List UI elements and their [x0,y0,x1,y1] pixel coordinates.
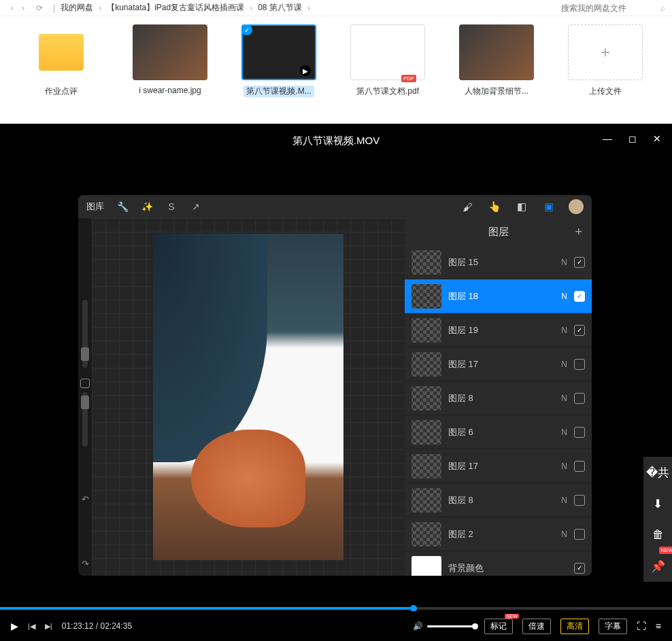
maximize-icon[interactable]: ◻ [628,133,637,144]
undo-icon[interactable]: ↶ [82,494,89,504]
visibility-checkbox[interactable] [574,257,585,268]
selection-icon[interactable]: S [165,201,178,212]
file-label: 第八节课文档.pdf [356,86,419,97]
layer-thumb [411,488,441,513]
upload-button[interactable]: 上传文件 [565,24,646,116]
layers-panel: 图层 + 图层 15 N 图层 18 N 图层 19 N 图层 17 N 图层 … [405,218,592,576]
layer-row[interactable]: 图层 2 N [405,517,592,551]
search-icon[interactable]: ⌕ [660,3,665,13]
layers-icon[interactable]: ▣ [541,201,556,213]
blend-mode[interactable]: N [561,292,567,301]
smudge-icon[interactable]: 👆 [487,201,502,213]
reload-icon[interactable]: ⟳ [33,3,46,13]
file-label: 作业点评 [45,86,78,97]
blend-mode[interactable]: N [561,496,567,505]
brush-icon[interactable]: 🖌 [460,201,475,213]
background-layer-row[interactable]: 背景颜色 [405,551,592,576]
video-thumb: ✓ [241,24,316,80]
close-icon[interactable]: ✕ [653,133,661,144]
visibility-checkbox[interactable] [574,393,585,404]
video-title: 第八节课视频.MOV [292,135,380,148]
layer-thumb [411,284,441,309]
file-label: 上传文件 [589,86,622,97]
opacity-slider[interactable] [82,392,88,447]
redo-icon[interactable]: ↷ [82,559,89,569]
crumb-folder2[interactable]: 08 第八节课 [255,2,305,14]
blend-mode[interactable]: N [561,530,567,539]
blend-mode[interactable]: N [561,462,567,471]
visibility-checkbox[interactable] [574,461,585,472]
eraser-icon[interactable]: ◧ [514,201,529,213]
prev-icon[interactable]: |◀ [28,622,35,631]
blend-mode[interactable]: N [561,258,567,267]
quality-button[interactable]: 高清 [560,619,589,634]
volume-icon[interactable]: 🔊 [413,621,423,631]
blend-mode[interactable]: N [561,360,567,369]
play-icon[interactable]: ▶ [11,621,18,631]
file-folder[interactable]: 作业点评 [20,24,102,116]
fullscreen-icon[interactable]: ⛶ [637,621,646,631]
visibility-checkbox[interactable] [574,495,585,506]
blend-mode[interactable]: N [561,428,567,437]
layers-header: 图层 + [405,218,592,245]
search-input[interactable] [561,3,656,13]
file-image-2[interactable]: 人物加背景细节... [456,24,537,116]
layer-row[interactable]: 图层 17 N [405,449,592,483]
minimize-icon[interactable]: — [603,133,612,144]
visibility-checkbox[interactable] [574,325,585,336]
speed-button[interactable]: 倍速 [522,619,551,634]
file-video-selected[interactable]: ✓ 第八节课视频.M... [238,24,320,116]
visibility-checkbox[interactable] [574,291,585,302]
crumb-root[interactable]: 我的网盘 [58,2,96,14]
layer-name: 图层 2 [448,528,554,540]
nav-forward-icon[interactable]: › [18,3,29,13]
layer-row[interactable]: 图层 8 N [405,483,592,517]
visibility-checkbox[interactable] [574,427,585,438]
file-image[interactable]: i swear-name.jpg [129,24,211,116]
layer-row[interactable]: 图层 8 N [405,381,592,415]
canvas-area[interactable] [92,218,405,576]
pin-icon[interactable]: 📌 [643,551,672,582]
layer-thumb [411,352,441,377]
gallery-button[interactable]: 图库 [86,201,104,213]
layer-row[interactable]: 图层 15 N [405,245,592,279]
subtitle-button[interactable]: 字幕 [599,619,627,634]
crumb-folder1[interactable]: 【kunatata】iPad复古童话风格插画课 [104,2,247,14]
nav-back-icon[interactable]: ‹ [7,3,18,13]
player-header: 第八节课视频.MOV — ◻ ✕ [0,124,672,158]
visibility-checkbox[interactable] [574,529,585,540]
next-icon[interactable]: ▶| [45,622,52,631]
file-pdf[interactable]: 第八节课文档.pdf [347,24,429,116]
layer-row[interactable]: 图层 18 N [405,279,592,313]
artwork [153,234,343,560]
playlist-icon[interactable]: ≡ [656,621,661,631]
wrench-icon[interactable]: 🔧 [116,201,129,212]
side-actions: �共 ⬇ 🗑 📌 [643,457,672,582]
color-swatch[interactable] [569,199,584,214]
mark-button[interactable]: 标记 [484,619,513,634]
volume-slider[interactable] [427,625,475,627]
progress-bar[interactable] [0,607,672,610]
layer-name: 图层 18 [448,290,554,302]
volume-control[interactable]: 🔊 [413,621,475,631]
layer-row[interactable]: 图层 19 N [405,313,592,347]
brush-size-slider[interactable] [82,300,88,368]
share-icon[interactable]: �共 [643,457,672,488]
image-thumb [459,24,534,80]
download-icon[interactable]: ⬇ [643,488,672,519]
layer-name: 背景颜色 [448,562,560,574]
visibility-checkbox[interactable] [574,359,585,370]
modifier-button[interactable] [80,379,90,388]
layer-name: 图层 6 [448,426,554,438]
file-label: 人物加背景细节... [465,86,528,97]
blend-mode[interactable]: N [561,326,567,335]
move-icon[interactable]: ↗ [190,201,202,212]
blend-mode[interactable]: N [561,394,567,403]
wand-icon[interactable]: ✨ [141,201,153,212]
visibility-checkbox[interactable] [574,563,585,574]
layer-row[interactable]: 图层 17 N [405,347,592,381]
layer-row[interactable]: 图层 6 N [405,415,592,449]
add-layer-icon[interactable]: + [575,225,582,239]
image-thumb [133,24,207,80]
layer-name: 图层 15 [448,256,554,268]
